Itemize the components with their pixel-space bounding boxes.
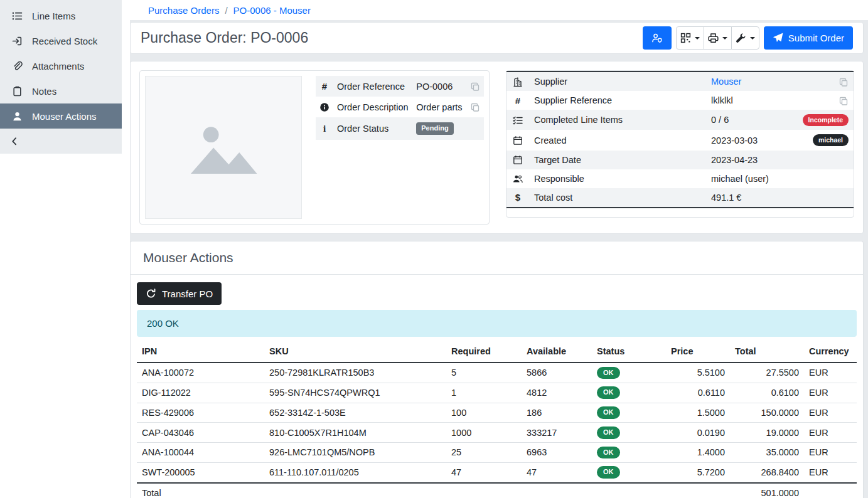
sidebar-item-line-items[interactable]: Line Items [0, 3, 122, 28]
detail-label: Total cost [529, 188, 706, 208]
ipn-cell: ANA-100044 [137, 443, 264, 463]
detail-row: Created 2023-03-03 michael [506, 130, 854, 150]
order-actions-dropdown-button[interactable] [731, 26, 759, 50]
table-row: CAP-043046 810-C1005X7R1H104M 1000 33321… [137, 423, 857, 443]
qr-code-icon [680, 33, 691, 43]
detail-label: Supplier Reference [529, 91, 706, 110]
available-cell: 47 [522, 462, 592, 482]
detail-label: Target Date [529, 151, 706, 169]
currency-cell: EUR [804, 383, 857, 403]
currency-cell: EUR [804, 443, 857, 463]
detail-value: Pending [412, 117, 466, 140]
footer-label: Total [137, 483, 264, 498]
dollar-icon: $ [506, 188, 529, 208]
sku-cell: 250-72981KLRATR150B3 [264, 363, 446, 383]
price-cell: 5.5100 [666, 363, 730, 383]
detail-label: Supplier [529, 72, 706, 91]
required-cell: 25 [446, 443, 522, 463]
wrench-icon [736, 33, 746, 43]
detail-row: Target Date 2023-04-23 [506, 151, 854, 169]
ok-badge: OK [597, 426, 620, 439]
status-cell: OK [592, 443, 666, 463]
footer-total: 501.0000 [730, 483, 804, 498]
table-footer-row: Total 501.0000 [137, 483, 857, 498]
main-content: Purchase Orders / PO-0006 - Mouser Purch… [130, 0, 868, 498]
panel-body: Transfer PO 200 OK IPN SKU Require [131, 275, 863, 498]
status-alert: 200 OK [137, 310, 857, 337]
order-image-placeholder [145, 76, 302, 219]
send-icon [773, 33, 783, 43]
chevron-down-icon [695, 37, 700, 40]
detail-row: # Order Reference PO-0006 [316, 76, 484, 97]
required-cell: 47 [446, 462, 522, 482]
order-details-panel: # Order Reference PO-0006 [130, 61, 864, 234]
copy-button[interactable] [791, 91, 854, 110]
total-cell: 268.8400 [730, 462, 804, 482]
required-cell: 100 [446, 403, 522, 423]
price-cell: 1.5000 [666, 403, 730, 423]
ok-badge: OK [597, 447, 620, 459]
barcode-dropdown-button[interactable] [676, 26, 704, 50]
total-cell: 19.0000 [730, 423, 804, 443]
sku-cell: 595-SN74HCS74QPWRQ1 [264, 383, 446, 403]
table-row: ANA-100044 926-LMC7101QM5/NOPB 25 6963 O… [137, 443, 857, 463]
sku-cell: 611-110.107.011/0205 [264, 462, 446, 482]
currency-cell: EUR [804, 462, 857, 482]
submit-order-button[interactable]: Submit Order [764, 26, 853, 50]
ok-badge: OK [597, 367, 620, 379]
breadcrumb-link-current[interactable]: PO-0006 - Mouser [233, 5, 311, 16]
copy-icon [470, 82, 480, 92]
sidebar-item-received-stock[interactable]: Received Stock [0, 28, 122, 53]
copy-button[interactable] [791, 72, 854, 91]
print-dropdown-button[interactable] [704, 26, 732, 50]
supplier-link[interactable]: Mouser [711, 77, 741, 87]
detail-row: $ Total cost 491.1 € [506, 188, 854, 208]
detail-row: i Order Status Pending [316, 117, 484, 140]
detail-row: # Supplier Reference lklklkl [506, 91, 854, 110]
supplier-details-table: Supplier Mouser [506, 71, 854, 208]
currency-cell: EUR [804, 403, 857, 423]
detail-label: Created [529, 130, 706, 150]
breadcrumb-link-purchase-orders[interactable]: Purchase Orders [148, 5, 219, 16]
col-header-price: Price [666, 338, 730, 363]
col-header-sku: SKU [264, 338, 446, 363]
table-row: RES-429006 652-3314Z-1-503E 100 186 OK 1… [137, 403, 857, 423]
col-header-currency: Currency [804, 338, 857, 363]
detail-row: Completed Line Items 0 / 6 Incomplete [506, 110, 854, 130]
sidebar-collapse-button[interactable] [0, 129, 122, 154]
hash-icon: # [506, 91, 529, 110]
ipn-cell: DIG-112022 [137, 383, 264, 403]
detail-value: Order parts [412, 97, 466, 117]
col-header-ipn: IPN [137, 338, 264, 363]
notify-user-button[interactable] [643, 26, 672, 50]
sidebar-item-label: Notes [32, 86, 56, 97]
copy-button[interactable] [466, 76, 484, 97]
detail-value: PO-0006 [412, 76, 466, 97]
col-header-available: Available [522, 338, 592, 363]
sidebar-item-label: Mouser Actions [32, 111, 97, 122]
mouser-actions-panel: Mouser Actions Transfer PO 200 OK [130, 241, 864, 498]
copy-icon [839, 96, 849, 106]
info-icon: i [316, 117, 333, 140]
copy-button[interactable] [466, 97, 484, 117]
sidebar-item-notes[interactable]: Notes [0, 78, 122, 103]
sign-in-icon [11, 35, 23, 46]
price-cell: 0.6110 [666, 383, 730, 403]
table-row: SWT-200005 611-110.107.011/0205 47 47 OK… [137, 462, 857, 482]
transfer-po-button[interactable]: Transfer PO [137, 282, 222, 305]
detail-label: Responsible [529, 169, 706, 188]
copy-icon [470, 102, 480, 112]
available-cell: 186 [522, 403, 592, 423]
copy-icon [839, 77, 849, 87]
order-details-table: # Order Reference PO-0006 [316, 76, 484, 140]
clipboard-icon [11, 85, 23, 97]
col-header-total: Total [730, 338, 804, 363]
chevron-down-icon [722, 37, 727, 40]
ipn-cell: ANA-100072 [137, 363, 264, 383]
sidebar-item-mouser-actions[interactable]: Mouser Actions [0, 103, 122, 129]
detail-value: 2023-03-03 [706, 130, 791, 150]
sidebar-item-attachments[interactable]: Attachments [0, 53, 122, 78]
ipn-cell: RES-429006 [137, 403, 264, 423]
user-shield-icon [651, 33, 662, 43]
building-icon [506, 72, 529, 91]
